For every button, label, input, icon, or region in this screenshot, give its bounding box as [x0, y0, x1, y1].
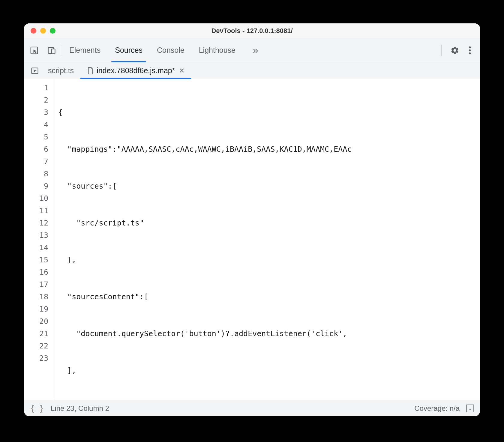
code-line: ],: [58, 364, 480, 377]
toolbar-right: [437, 44, 476, 56]
inspect-element-icon[interactable]: [28, 44, 40, 56]
code-line: "document.querySelector('button')?.addEv…: [58, 327, 480, 340]
svg-rect-2: [52, 49, 55, 54]
window-title: DevTools - 127.0.0.1:8081/: [211, 27, 292, 35]
coverage-status: Coverage: n/a: [414, 404, 460, 413]
devtools-window: DevTools - 127.0.0.1:8081/ Elements Sour…: [24, 23, 480, 416]
navigator-toggle-icon[interactable]: [28, 62, 41, 79]
svg-point-6: [469, 52, 471, 54]
file-tab-sourcemap[interactable]: index.7808df6e.js.map* ✕: [80, 62, 191, 79]
code-line: {: [58, 106, 480, 118]
main-tabs: Elements Sources Console Lighthouse »: [69, 38, 261, 62]
line-gutter: 1 2 3 4 5 6 7 8 9 10 11 12 13 14 15 16 1…: [24, 79, 54, 400]
tab-lighthouse[interactable]: Lighthouse: [199, 38, 236, 62]
minimize-window-button[interactable]: [40, 28, 46, 34]
code-line: "sources":[: [58, 180, 480, 192]
tab-elements[interactable]: Elements: [69, 38, 100, 62]
maximize-window-button[interactable]: [50, 28, 56, 34]
code-line: "mappings":"AAAAA,SAASC,cAAc,WAAWC,iBAAi…: [58, 143, 480, 155]
cursor-position: Line 23, Column 2: [51, 404, 109, 413]
toolbar-divider: [62, 45, 62, 56]
file-icon: [87, 67, 94, 75]
svg-point-4: [469, 46, 471, 48]
close-tab-icon[interactable]: ✕: [178, 67, 184, 75]
file-tab-script-ts[interactable]: script.ts: [41, 62, 80, 79]
file-tab-label: index.7808df6e.js.map*: [97, 66, 175, 75]
code-content[interactable]: { "mappings":"AAAAA,SAASC,cAAc,WAAWC,iBA…: [54, 79, 480, 400]
close-window-button[interactable]: [31, 28, 36, 34]
main-toolbar: Elements Sources Console Lighthouse »: [24, 38, 480, 62]
toolbar-divider-right: [441, 45, 442, 56]
file-tab-label: script.ts: [48, 66, 74, 75]
code-line: "sourcesContent":[: [58, 291, 480, 303]
show-drawer-icon[interactable]: [466, 405, 474, 412]
traffic-lights: [24, 28, 56, 34]
more-tabs-icon[interactable]: »: [250, 45, 261, 56]
svg-point-5: [469, 49, 471, 51]
toolbar-left: [28, 44, 58, 56]
code-line: "src/script.ts": [58, 217, 480, 229]
kebab-menu-icon[interactable]: [464, 44, 476, 56]
pretty-print-icon[interactable]: { }: [30, 404, 44, 413]
code-line: ],: [58, 254, 480, 266]
status-bar: { } Line 23, Column 2 Coverage: n/a: [24, 400, 480, 416]
device-toolbar-icon[interactable]: [46, 44, 58, 56]
settings-icon[interactable]: [449, 44, 461, 56]
tab-sources[interactable]: Sources: [115, 38, 142, 62]
code-editor[interactable]: 1 2 3 4 5 6 7 8 9 10 11 12 13 14 15 16 1…: [24, 79, 480, 400]
titlebar: DevTools - 127.0.0.1:8081/: [24, 23, 480, 38]
file-tabs: script.ts index.7808df6e.js.map* ✕: [24, 62, 480, 79]
tab-console[interactable]: Console: [157, 38, 184, 62]
